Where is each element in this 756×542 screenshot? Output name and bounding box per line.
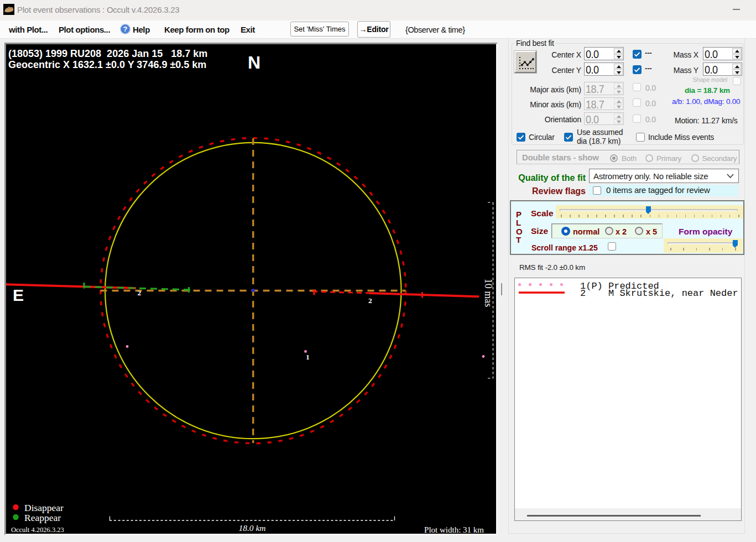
svg-text:Geocentric X 1632.1 ±0.0 Y 374: Geocentric X 1632.1 ±0.0 Y 3746.9 ±0.5 k… <box>8 59 206 70</box>
svg-text:2 M Skrutskie, near Neder: 2 M Skrutskie, near Neder <box>580 288 738 299</box>
svg-text:Reappear: Reappear <box>24 512 61 523</box>
svg-text:1: 1 <box>306 353 310 361</box>
svg-text:E: E <box>13 286 24 304</box>
svg-text:Disappear: Disappear <box>24 502 64 513</box>
svg-text:2: 2 <box>368 296 372 305</box>
svg-text:18.0 km: 18.0 km <box>238 523 265 533</box>
svg-text:Plot width: 31 km: Plot width: 31 km <box>424 525 484 534</box>
svg-text:N: N <box>248 53 260 72</box>
svg-text:(18053) 1999 RU208 2026 Jan 1: (18053) 1999 RU208 2026 Jan 15 18.7 km <box>8 48 207 59</box>
svg-text:10 mas: 10 mas <box>483 279 494 308</box>
svg-text:2: 2 <box>138 289 142 297</box>
svg-text:?: ? <box>123 25 128 33</box>
svg-text:Occult 4.2026.3.23: Occult 4.2026.3.23 <box>11 526 64 534</box>
